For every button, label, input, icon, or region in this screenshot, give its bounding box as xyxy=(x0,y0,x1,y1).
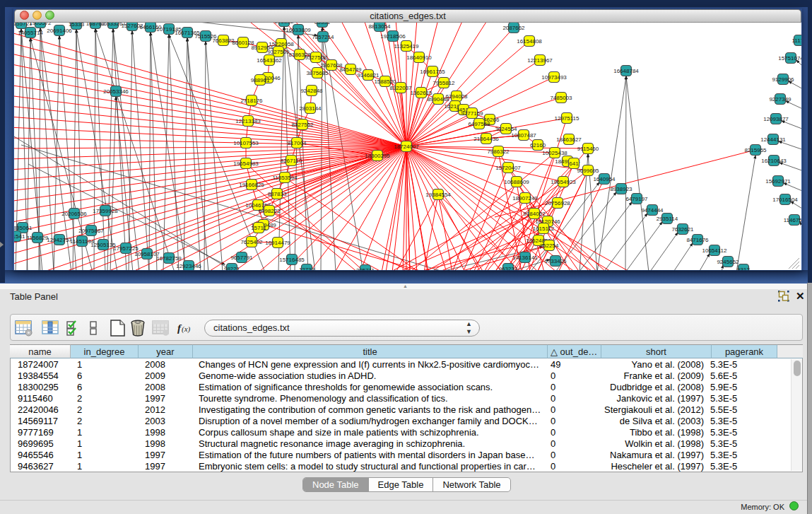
svg-text:15751074: 15751074 xyxy=(778,55,801,62)
svg-text:391541: 391541 xyxy=(14,233,25,240)
svg-text:9327508: 9327508 xyxy=(305,54,327,61)
svg-text:835061: 835061 xyxy=(14,225,33,231)
svg-text:12213383: 12213383 xyxy=(235,118,261,124)
svg-text:10654112: 10654112 xyxy=(702,247,728,254)
svg-text:6479197: 6479197 xyxy=(625,196,648,202)
svg-text:98221: 98221 xyxy=(224,266,240,271)
svg-text:7986322: 7986322 xyxy=(487,148,510,155)
svg-text:9242848: 9242848 xyxy=(300,88,323,94)
svg-text:14055714: 14055714 xyxy=(18,30,43,36)
svg-text:11171: 11171 xyxy=(792,37,801,44)
svg-text:21364436: 21364436 xyxy=(473,136,499,142)
svg-text:10807487: 10807487 xyxy=(511,132,536,139)
svg-text:12505135: 12505135 xyxy=(90,242,116,248)
svg-text:9115460: 9115460 xyxy=(577,146,599,152)
svg-text:9657791: 9657791 xyxy=(230,255,253,261)
svg-text:7485003: 7485003 xyxy=(550,95,572,101)
svg-text:1615112: 1615112 xyxy=(533,226,555,232)
svg-text:1146753: 1146753 xyxy=(784,217,801,223)
svg-text:(x): (x) xyxy=(182,325,191,334)
svg-text:887833: 887833 xyxy=(268,191,287,197)
svg-text:19218506: 19218506 xyxy=(380,33,406,40)
svg-text:7632621: 7632621 xyxy=(671,226,694,233)
svg-text:2087662: 2087662 xyxy=(502,25,525,31)
svg-text:19654983: 19654983 xyxy=(233,160,259,167)
svg-text:1640954: 1640954 xyxy=(593,176,616,182)
svg-text:18640910: 18640910 xyxy=(406,54,432,61)
svg-text:9474444: 9474444 xyxy=(641,207,664,214)
svg-text:9227349: 9227349 xyxy=(769,96,792,103)
svg-text:15720407: 15720407 xyxy=(495,165,521,171)
svg-text:1588520: 1588520 xyxy=(374,78,396,85)
svg-text:8215955: 8215955 xyxy=(744,147,767,153)
svg-text:1905572: 1905572 xyxy=(29,23,52,26)
svg-text:9327509: 9327509 xyxy=(267,49,290,55)
svg-text:18463627: 18463627 xyxy=(556,136,582,143)
svg-text:8938923: 8938923 xyxy=(610,186,632,192)
svg-text:14136141: 14136141 xyxy=(512,255,538,261)
svg-text:18907249: 18907249 xyxy=(512,195,538,201)
svg-text:9129906: 9129906 xyxy=(772,76,794,83)
svg-text:16210643: 16210643 xyxy=(761,158,787,164)
svg-text:2803144: 2803144 xyxy=(299,105,322,112)
svg-text:9245652: 9245652 xyxy=(717,259,739,265)
svg-text:1156829: 1156829 xyxy=(27,235,49,241)
svg-text:817004: 817004 xyxy=(288,140,307,146)
svg-text:8322037: 8322037 xyxy=(389,85,412,91)
svg-text:62160: 62160 xyxy=(530,142,546,148)
svg-text:9777169: 9777169 xyxy=(461,110,483,117)
svg-text:8813054: 8813054 xyxy=(368,23,391,30)
svg-text:1733426: 1733426 xyxy=(544,258,567,264)
svg-text:205332: 205332 xyxy=(275,23,294,25)
svg-text:19384554: 19384554 xyxy=(425,192,451,198)
svg-text:12923446: 12923446 xyxy=(176,263,201,269)
svg-text:16914479: 16914479 xyxy=(265,240,290,246)
svg-text:15333: 15333 xyxy=(69,23,85,28)
svg-text:988961: 988961 xyxy=(251,77,270,83)
svg-text:252254: 252254 xyxy=(540,243,559,249)
svg-text:12942757: 12942757 xyxy=(47,237,72,243)
svg-text:12975115: 12975115 xyxy=(555,115,580,122)
svg-text:20206536: 20206536 xyxy=(61,211,87,217)
svg-text:7857214: 7857214 xyxy=(312,34,334,40)
svg-text:8471676: 8471676 xyxy=(686,237,709,243)
svg-text:12213967: 12213967 xyxy=(527,57,553,64)
svg-text:10025438: 10025438 xyxy=(542,150,567,156)
svg-text:6497568: 6497568 xyxy=(468,121,490,127)
svg-text:963231: 963231 xyxy=(499,266,518,271)
svg-text:7663822: 7663822 xyxy=(212,37,235,44)
svg-text:16543362: 16543362 xyxy=(257,57,282,64)
svg-text:12444131: 12444131 xyxy=(760,136,786,143)
svg-text:20053346: 20053346 xyxy=(103,88,129,95)
svg-text:7625402: 7625402 xyxy=(240,239,263,245)
svg-text:16154808: 16154808 xyxy=(517,38,542,45)
svg-text:12733: 12733 xyxy=(299,267,315,271)
svg-text:7955812: 7955812 xyxy=(433,80,455,86)
svg-text:2935114: 2935114 xyxy=(657,216,678,222)
svg-text:10107553: 10107553 xyxy=(233,140,259,146)
svg-text:17016504: 17016504 xyxy=(772,197,798,203)
svg-text:19654923: 19654923 xyxy=(551,179,576,185)
svg-text:6498222: 6498222 xyxy=(258,208,281,214)
svg-text:15692971: 15692971 xyxy=(765,178,791,185)
svg-text:1362615: 1362615 xyxy=(410,90,433,96)
svg-text:9699695: 9699695 xyxy=(577,168,599,174)
svg-text:16033809: 16033809 xyxy=(286,27,311,33)
svg-text:19166825: 19166825 xyxy=(239,182,264,188)
svg-text:16782759: 16782759 xyxy=(156,255,182,262)
svg-text:3875685: 3875685 xyxy=(306,70,329,76)
svg-text:12093877: 12093877 xyxy=(763,116,789,122)
svg-text:641: 641 xyxy=(569,160,579,167)
svg-text:18300295: 18300295 xyxy=(365,153,390,159)
svg-text:20756928: 20756928 xyxy=(545,200,570,206)
svg-text:8267110: 8267110 xyxy=(281,158,302,164)
svg-text:20975867: 20975867 xyxy=(78,228,104,234)
svg-text:10688609: 10688609 xyxy=(504,179,529,185)
svg-text:16961755: 16961755 xyxy=(420,69,445,75)
svg-text:18724007: 18724007 xyxy=(394,144,419,150)
svg-text:10973493: 10973493 xyxy=(541,74,567,81)
svg-text:17359928: 17359928 xyxy=(93,208,118,214)
svg-text:9184067: 9184067 xyxy=(523,211,546,217)
svg-text:3624554: 3624554 xyxy=(495,126,517,132)
svg-text:15711: 15711 xyxy=(251,225,266,231)
